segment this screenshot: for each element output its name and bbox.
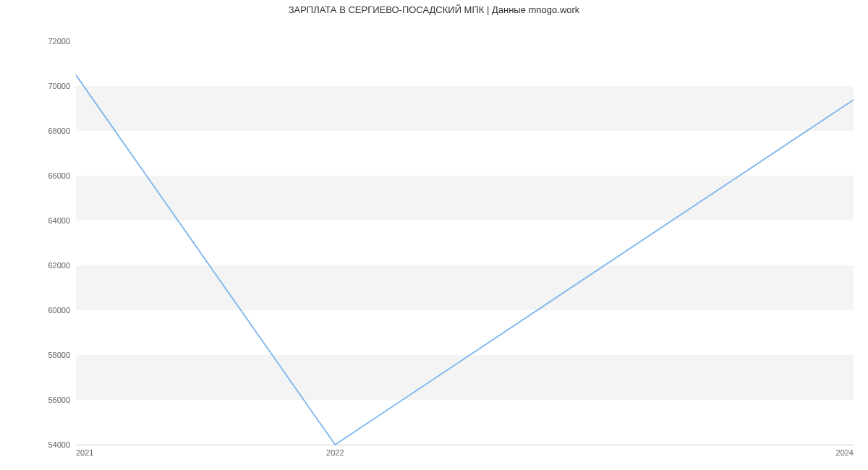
x-tick-label: 2024 (836, 448, 854, 457)
y-tick-label: 70000 (5, 82, 70, 90)
y-tick-label: 66000 (5, 171, 70, 180)
y-tick-label: 72000 (5, 37, 70, 46)
y-tick-label: 56000 (5, 396, 70, 404)
chart-line-layer (76, 33, 854, 445)
chart-container: ЗАРПЛАТА В СЕРГИЕВО-ПОСАДСКИЙ МПК | Данн… (0, 0, 868, 470)
y-tick-label: 62000 (5, 261, 70, 270)
plot-area (76, 33, 854, 445)
series-line (76, 75, 854, 445)
y-tick-label: 64000 (5, 216, 70, 225)
y-tick-label: 54000 (5, 440, 70, 449)
y-tick-label: 60000 (5, 306, 70, 315)
y-tick-label: 58000 (5, 351, 70, 359)
chart-title: ЗАРПЛАТА В СЕРГИЕВО-ПОСАДСКИЙ МПК | Данн… (0, 4, 868, 15)
x-tick-label: 2021 (76, 448, 93, 457)
x-tick-label: 2022 (326, 448, 344, 457)
y-tick-label: 68000 (5, 127, 70, 135)
